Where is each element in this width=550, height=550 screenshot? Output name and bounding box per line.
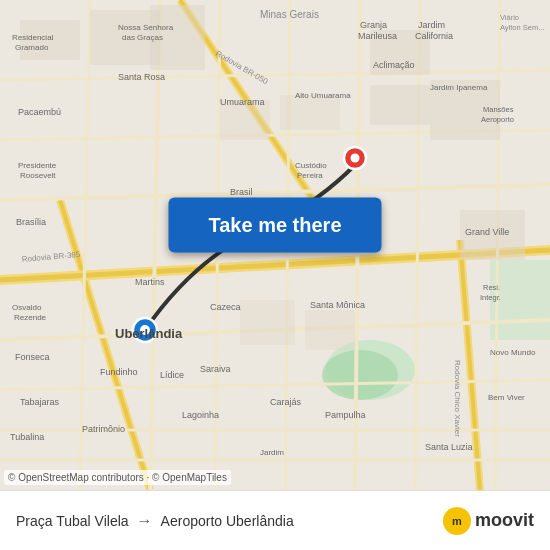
route-info: Praça Tubal Vilela → Aeroporto Uberlândi… [16, 512, 443, 530]
svg-text:Patrimônio: Patrimônio [82, 424, 125, 434]
svg-point-40 [351, 154, 360, 163]
svg-rect-34 [280, 95, 340, 130]
svg-text:Tabajaras: Tabajaras [20, 397, 60, 407]
svg-text:Santa Mônica: Santa Mônica [310, 300, 365, 310]
moovit-logo: m moovit [443, 507, 534, 535]
svg-text:Fonseca: Fonseca [15, 352, 50, 362]
svg-text:Presidente: Presidente [18, 161, 57, 170]
svg-text:Resi.: Resi. [483, 283, 500, 292]
svg-text:Novo Mundo: Novo Mundo [490, 348, 536, 357]
svg-text:Carajás: Carajás [270, 397, 302, 407]
arrow-icon: → [137, 512, 153, 530]
svg-text:Integr.: Integr. [480, 293, 501, 302]
svg-text:Fundinho: Fundinho [100, 367, 138, 377]
svg-text:Viário: Viário [500, 13, 519, 22]
take-me-there-button[interactable]: Take me there [168, 198, 381, 253]
svg-text:Martins: Martins [135, 277, 165, 287]
svg-text:Santa Luzia: Santa Luzia [425, 442, 473, 452]
svg-text:Gramado: Gramado [15, 43, 49, 52]
svg-rect-35 [240, 300, 295, 345]
svg-text:Umuarama: Umuarama [220, 97, 265, 107]
svg-text:Alto Umuarama: Alto Umuarama [295, 91, 351, 100]
svg-text:das Graças: das Graças [122, 33, 163, 42]
moovit-label: moovit [475, 510, 534, 531]
copyright-text: © OpenStreetMap contributors · © OpenMap… [4, 470, 231, 485]
svg-text:Cazeca: Cazeca [210, 302, 241, 312]
svg-text:Aeroporto: Aeroporto [481, 115, 514, 124]
svg-text:Osvaldo: Osvaldo [12, 303, 42, 312]
svg-text:Brasil: Brasil [230, 187, 253, 197]
svg-text:Uberlândia: Uberlândia [115, 326, 183, 341]
svg-point-2 [322, 350, 398, 400]
svg-text:Jardim: Jardim [418, 20, 445, 30]
origin-label: Praça Tubal Vilela [16, 513, 129, 529]
svg-text:Bem Viver: Bem Viver [488, 393, 525, 402]
svg-text:Aylton Sem...: Aylton Sem... [500, 23, 544, 32]
svg-text:Marileusa: Marileusa [358, 31, 397, 41]
svg-text:Lagoinha: Lagoinha [182, 410, 219, 420]
svg-text:Granja: Granja [360, 20, 387, 30]
svg-text:Grand Ville: Grand Ville [465, 227, 509, 237]
svg-text:California: California [415, 31, 453, 41]
svg-text:Residencial: Residencial [12, 33, 54, 42]
svg-text:Lídice: Lídice [160, 370, 184, 380]
svg-text:Roosevelt: Roosevelt [20, 171, 56, 180]
svg-text:Brasília: Brasília [16, 217, 46, 227]
svg-text:Pacaembú: Pacaembú [18, 107, 61, 117]
bottom-bar: Praça Tubal Vilela → Aeroporto Uberlândi… [0, 490, 550, 550]
svg-text:Minas Gerais: Minas Gerais [260, 9, 319, 20]
svg-text:Rezende: Rezende [14, 313, 47, 322]
svg-text:Jardim Ipanema: Jardim Ipanema [430, 83, 488, 92]
map-container: Minas Gerais Granja Marileusa Jardim Cal… [0, 0, 550, 490]
svg-text:Santa Rosa: Santa Rosa [118, 72, 165, 82]
svg-text:Saraiva: Saraiva [200, 364, 231, 374]
svg-text:Rodovia Chico Xavier: Rodovia Chico Xavier [453, 360, 462, 437]
svg-text:Pampulha: Pampulha [325, 410, 366, 420]
svg-rect-30 [370, 85, 430, 125]
svg-text:Jardim: Jardim [260, 448, 284, 457]
svg-text:Nossa Senhora: Nossa Senhora [118, 23, 174, 32]
destination-label: Aeroporto Uberlândia [161, 513, 294, 529]
svg-text:Mansões: Mansões [483, 105, 514, 114]
moovit-icon: m [443, 507, 471, 535]
svg-text:Tubalina: Tubalina [10, 432, 44, 442]
svg-text:Aclimação: Aclimação [373, 60, 415, 70]
svg-text:Pereira: Pereira [297, 171, 323, 180]
svg-text:Custódio: Custódio [295, 161, 327, 170]
svg-rect-36 [305, 310, 355, 350]
